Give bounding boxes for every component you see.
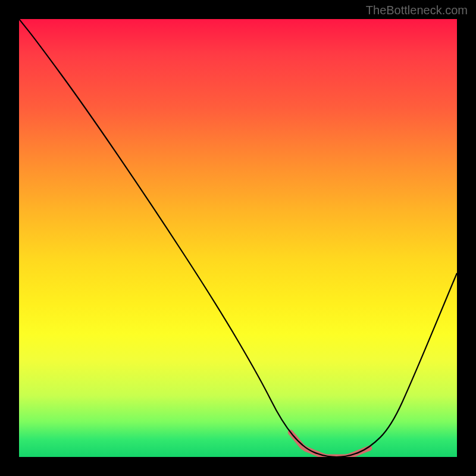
bottleneck-curve-line — [19, 19, 457, 457]
watermark-text: TheBottleneck.com — [366, 4, 468, 17]
chart-plot-area — [19, 19, 457, 457]
chart-svg — [19, 19, 457, 457]
